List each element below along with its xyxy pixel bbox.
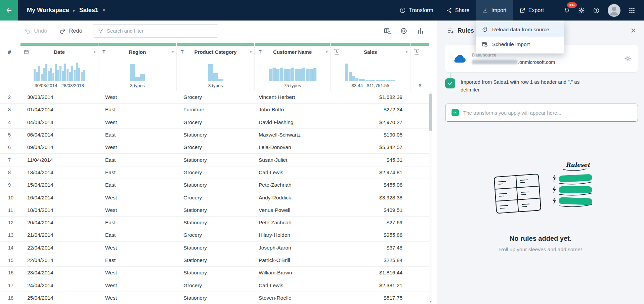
cell-date[interactable]: 15/04/2014	[20, 182, 98, 188]
table-row[interactable]: 404/04/2014WestGroceryDavid·Flashing$2,9…	[0, 116, 430, 129]
column-histogram[interactable]: 3 types	[177, 58, 255, 91]
dataset-name[interactable]: Sales1	[79, 7, 98, 14]
help-button[interactable]: ?	[589, 0, 604, 21]
cell-category[interactable]: Grocery	[177, 195, 255, 201]
cell-category[interactable]: Stationery	[177, 245, 255, 251]
scrollbar-down-arrow[interactable]: ▾	[429, 300, 432, 303]
cell-sales[interactable]: $2,381.21	[331, 282, 411, 289]
cell-customer[interactable]: Vincent·Herbert	[255, 94, 331, 100]
table-row[interactable]: 1422/04/2014WestStationeryJoseph·Aaron$3…	[0, 242, 430, 254]
cell-customer[interactable]: Carl·Lewis	[255, 169, 331, 176]
cell-region[interactable]: East	[98, 107, 177, 113]
cell-date[interactable]: 22/04/2014	[20, 257, 98, 263]
cell-customer[interactable]: Hilary·Holden	[255, 232, 331, 238]
table-row[interactable]: 711/04/2014EastStationerySusan·Juliet$45…	[0, 154, 430, 166]
column-filter-caret[interactable]: ▾	[406, 50, 407, 54]
cell-customer[interactable]: Maxwell·Schwartz	[255, 132, 331, 138]
cell-region[interactable]: East	[98, 132, 177, 138]
cell-sales[interactable]: $2,974.81	[331, 169, 411, 176]
table-row[interactable]: 1724/04/2014WestGroceryCarl·Lewis$2,381.…	[0, 279, 430, 292]
cell-date[interactable]: 04/04/2014	[20, 119, 98, 125]
table-row[interactable]: 1016/04/2014WestGroceryAndy·Roddick$3,92…	[0, 191, 430, 204]
cell-sales[interactable]: $5,342.57	[331, 144, 411, 150]
cell-sales[interactable]: $455.08	[331, 182, 411, 188]
table-row[interactable]: 1118/04/2014WestStationeryVenus·Powell$4…	[0, 204, 430, 217]
undo-button[interactable]: Undo	[24, 28, 47, 34]
table-row[interactable]: 230/03/2014WestGroceryVincent·Herbert$1,…	[0, 91, 430, 104]
cell-region[interactable]: West	[98, 94, 177, 100]
cell-sales[interactable]: $1,682.39	[331, 94, 411, 100]
cell-customer[interactable]: John·Britto	[255, 107, 331, 113]
cell-customer[interactable]: Andy·Roddick	[255, 195, 331, 201]
table-row[interactable]: 1321/04/2014EastGroceryHilary·Holden$955…	[0, 229, 430, 241]
settings-button[interactable]	[574, 0, 589, 21]
table-row[interactable]: 301/04/2014EastFurnitureJohn·Britto$272.…	[0, 104, 430, 116]
cell-region[interactable]: West	[98, 144, 177, 150]
target-icon[interactable]	[400, 27, 407, 35]
cell-date[interactable]: 16/04/2014	[20, 195, 98, 201]
column-histogram[interactable]: $3.44 - $11,751.55	[331, 58, 411, 91]
cell-category[interactable]: Stationery	[177, 132, 255, 138]
table-row[interactable]: 813/04/2014EastGroceryCarl·Lewis$2,974.8…	[0, 166, 430, 179]
scrollbar-thumb[interactable]	[429, 93, 432, 131]
cell-region[interactable]: East	[98, 257, 177, 263]
column-header[interactable]: $	[411, 46, 430, 58]
cell-category[interactable]: Stationery	[177, 257, 255, 263]
cell-customer[interactable]: Steven·Roelle	[255, 295, 331, 301]
cell-category[interactable]: Stationery	[177, 295, 255, 301]
cell-region[interactable]: West	[98, 295, 177, 301]
column-filter-caret[interactable]: ▾	[326, 50, 328, 54]
cell-region[interactable]: East	[98, 169, 177, 176]
column-histogram[interactable]: 3 types	[98, 58, 177, 91]
menu-item-schedule[interactable]: Schedule import	[476, 37, 564, 52]
cell-region[interactable]: East	[98, 182, 177, 188]
cell-category[interactable]: Grocery	[177, 232, 255, 238]
cell-date[interactable]: 11/04/2014	[20, 157, 98, 163]
cell-sales[interactable]: $190.05	[331, 132, 411, 138]
cell-date[interactable]: 20/04/2014	[20, 220, 98, 226]
cell-sales[interactable]: $37.48	[331, 245, 411, 251]
redo-button[interactable]: Redo	[59, 28, 82, 34]
table-row[interactable]: 1623/04/2014WestStationeryWilliam·Brown$…	[0, 267, 430, 279]
cell-sales[interactable]: $1,816.44	[331, 270, 411, 276]
cell-category[interactable]: Stationery	[177, 220, 255, 226]
cell-category[interactable]: Stationery	[177, 157, 255, 163]
cell-date[interactable]: 22/04/2014	[20, 245, 98, 251]
table-row[interactable]: 1825/04/2014WestStationerySteven·Roelle$…	[0, 292, 430, 304]
cell-category[interactable]: Furniture	[177, 107, 255, 113]
cell-sales[interactable]: $955.88	[331, 232, 411, 238]
user-avatar[interactable]	[604, 0, 625, 21]
column-histogram[interactable]: 75 types	[255, 58, 331, 91]
cell-customer[interactable]: Pete·Zachriah	[255, 182, 331, 188]
cell-date[interactable]: 21/04/2014	[20, 232, 98, 238]
cell-category[interactable]: Grocery	[177, 119, 255, 125]
cell-category[interactable]: Stationery	[177, 207, 255, 213]
cell-customer[interactable]: Joseph·Aaron	[255, 245, 331, 251]
cell-region[interactable]: West	[98, 207, 177, 213]
cell-sales[interactable]: $2,970.27	[331, 119, 411, 125]
column-filter-caret[interactable]: ▾	[250, 50, 252, 54]
cell-customer[interactable]: Patrick·O'Brill	[255, 257, 331, 263]
cell-sales[interactable]: $409.51	[331, 207, 411, 213]
cell-category[interactable]: Grocery	[177, 144, 255, 150]
notifications-button[interactable]: 99+	[560, 0, 574, 21]
cell-customer[interactable]: Carl·Lewis	[255, 282, 331, 289]
column-header[interactable]: $Sales▾	[331, 46, 411, 58]
cell-region[interactable]: East	[98, 157, 177, 163]
cell-sales[interactable]: $225.84	[331, 257, 411, 263]
table-row[interactable]: 1522/04/2014EastStationeryPatrick·O'Bril…	[0, 254, 430, 267]
cell-category[interactable]: Stationery	[177, 182, 255, 188]
dataset-caret-icon[interactable]: ▾	[103, 8, 105, 12]
cell-sales[interactable]: $3,928.38	[331, 195, 411, 201]
cell-region[interactable]: West	[98, 119, 177, 125]
cell-category[interactable]: Grocery	[177, 94, 255, 100]
cell-customer[interactable]: William·Brown	[255, 270, 331, 276]
table-row[interactable]: 1220/04/2014EastStationeryPete·Zachriah$…	[0, 217, 430, 229]
cell-sales[interactable]: $27.69	[331, 220, 411, 226]
share-button[interactable]: Share	[440, 0, 476, 21]
export-button[interactable]: Export	[513, 0, 550, 21]
cell-customer[interactable]: Lela·Donovan	[255, 144, 331, 150]
cell-date[interactable]: 30/03/2014	[20, 94, 98, 100]
cell-region[interactable]: West	[98, 245, 177, 251]
cell-category[interactable]: Grocery	[177, 282, 255, 289]
